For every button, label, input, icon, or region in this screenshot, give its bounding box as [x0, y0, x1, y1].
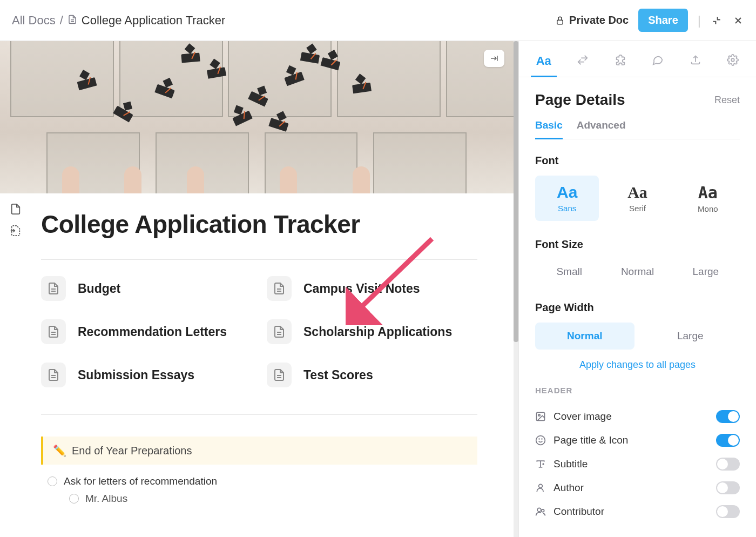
doc-icon — [41, 276, 66, 301]
collapse-panel-button[interactable] — [484, 50, 504, 67]
doc-icon — [41, 363, 66, 387]
topbar: All Docs / College Application Tracker P… — [0, 0, 756, 41]
image-icon — [535, 411, 546, 422]
breadcrumb-root[interactable]: All Docs — [12, 14, 56, 28]
subpage-recommendation[interactable]: Recommendation Letters — [41, 319, 252, 344]
size-option-small[interactable]: Small — [535, 259, 603, 284]
sub-tab-basic[interactable]: Basic — [535, 119, 563, 139]
font-name: Mono — [679, 204, 737, 213]
svg-point-27 — [536, 436, 545, 445]
collapse-icon[interactable] — [711, 15, 723, 26]
scrollbar[interactable] — [514, 41, 518, 537]
panel-title: Page Details — [535, 91, 625, 109]
header-title-icon-label: Page title & Icon — [554, 434, 628, 446]
breadcrumb: All Docs / College Application Tracker — [12, 14, 225, 28]
svg-point-29 — [542, 439, 542, 439]
separator: | — [698, 13, 701, 28]
panel-tab-settings[interactable] — [719, 49, 746, 77]
svg-point-35 — [537, 508, 541, 512]
checklist-label: Ask for letters of recommendation — [64, 475, 217, 487]
add-page-icon[interactable] — [9, 224, 23, 238]
subpage-label: Submission Essays — [78, 368, 194, 382]
width-option-large[interactable]: Large — [641, 323, 740, 350]
svg-point-26 — [538, 414, 540, 416]
font-preview: Aa — [538, 183, 596, 202]
breadcrumb-title[interactable]: College Application Tracker — [82, 14, 226, 28]
page-details-panel: Aa Page Details Reset Basic Advanced Fon… — [518, 41, 756, 537]
page-width-section-label: Page Width — [535, 301, 740, 314]
close-icon[interactable] — [732, 15, 744, 26]
smile-icon — [535, 435, 546, 446]
font-section-label: Font — [535, 155, 740, 167]
toggle-cover-image[interactable] — [716, 410, 740, 423]
subpage-test-scores[interactable]: Test Scores — [267, 363, 477, 387]
toggle-author[interactable] — [716, 481, 740, 494]
share-button[interactable]: Share — [638, 9, 688, 32]
subpage-budget[interactable]: Budget — [41, 276, 252, 301]
font-preview: Aa — [609, 183, 666, 202]
font-size-section-label: Font Size — [535, 238, 740, 251]
subpages-grid: Budget Campus Visit Notes Recommendation… — [41, 276, 477, 387]
header-section-label: HEADER — [535, 386, 740, 395]
sub-tab-advanced[interactable]: Advanced — [577, 119, 626, 139]
toggle-subtitle[interactable] — [716, 458, 740, 471]
reset-button[interactable]: Reset — [714, 95, 740, 106]
font-option-mono[interactable]: Aa Mono — [676, 176, 740, 221]
checklist-sublabel: Mr. Albus — [85, 493, 127, 505]
font-name: Serif — [609, 204, 666, 213]
svg-point-36 — [542, 509, 544, 512]
page-settings-icon[interactable] — [9, 202, 23, 216]
panel-tab-export[interactable] — [682, 49, 709, 77]
font-option-serif[interactable]: Aa Serif — [605, 176, 669, 221]
doc-icon — [267, 319, 292, 344]
panel-tab-text[interactable]: Aa — [529, 49, 559, 77]
users-icon — [535, 506, 546, 517]
checklist-subitem[interactable]: Mr. Albus — [41, 493, 477, 505]
toggle-contributor[interactable] — [716, 505, 740, 518]
apply-all-pages-link[interactable]: Apply changes to all pages — [535, 359, 740, 371]
size-option-large[interactable]: Large — [672, 259, 740, 284]
width-option-normal[interactable]: Normal — [535, 323, 634, 350]
main-content: College Application Tracker Budget Campu… — [0, 41, 518, 537]
subpage-label: Test Scores — [303, 368, 373, 382]
private-doc-status[interactable]: Private Doc — [555, 14, 629, 26]
subpage-submission[interactable]: Submission Essays — [41, 363, 252, 387]
header-contributor-label: Contributor — [554, 506, 604, 518]
checkbox-icon[interactable] — [48, 476, 57, 486]
text-icon — [535, 459, 546, 469]
page-title[interactable]: College Application Tracker — [41, 210, 477, 239]
header-author-label: Author — [554, 482, 584, 494]
panel-tab-comments[interactable] — [644, 49, 671, 77]
subpage-campus-visit[interactable]: Campus Visit Notes — [267, 276, 477, 301]
private-doc-label: Private Doc — [569, 14, 629, 26]
cover-image[interactable] — [0, 41, 518, 193]
panel-tabs: Aa — [519, 41, 756, 77]
checkbox-icon[interactable] — [69, 494, 79, 504]
doc-icon — [68, 14, 77, 28]
svg-rect-2 — [557, 20, 563, 24]
subpage-label: Campus Visit Notes — [303, 281, 420, 296]
svg-point-28 — [539, 439, 539, 439]
checklist-item[interactable]: Ask for letters of recommendation — [41, 473, 477, 489]
callout-text: End of Year Preparations — [72, 445, 192, 457]
divider — [41, 259, 477, 260]
header-subtitle-label: Subtitle — [554, 458, 588, 470]
pencil-icon: ✏️ — [53, 444, 66, 457]
panel-tab-relations[interactable] — [569, 49, 596, 77]
breadcrumb-sep: / — [60, 14, 63, 28]
subpage-label: Budget — [78, 281, 120, 296]
svg-point-34 — [539, 484, 543, 488]
callout-box[interactable]: ✏️ End of Year Preparations — [41, 437, 477, 465]
toggle-title-icon[interactable] — [716, 434, 740, 447]
size-option-normal[interactable]: Normal — [603, 259, 671, 284]
subpage-label: Recommendation Letters — [78, 325, 227, 339]
font-preview: Aa — [679, 183, 737, 202]
panel-tab-plugin[interactable] — [607, 49, 634, 77]
doc-icon — [267, 276, 292, 301]
user-icon — [535, 482, 546, 493]
font-option-sans[interactable]: Aa Sans — [535, 176, 599, 221]
subpage-scholarship[interactable]: Scholarship Applications — [267, 319, 477, 344]
font-name: Sans — [538, 204, 596, 213]
subpage-label: Scholarship Applications — [303, 325, 452, 339]
doc-icon — [267, 363, 292, 387]
